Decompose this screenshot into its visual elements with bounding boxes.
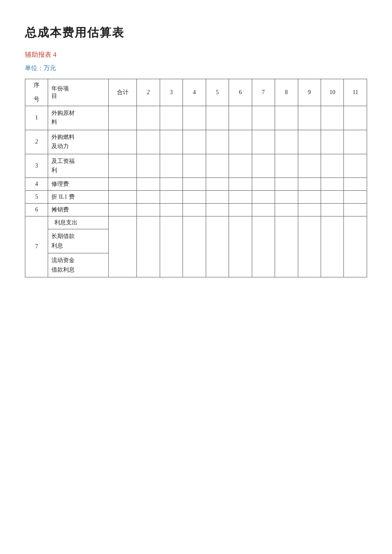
cell-y2 <box>137 178 160 191</box>
cell-y3 <box>160 216 183 277</box>
cell-y7 <box>252 216 275 277</box>
cell-y10 <box>321 130 343 154</box>
cell-y10 <box>321 178 343 191</box>
cell-y6 <box>229 106 252 130</box>
cell-y6 <box>229 130 252 154</box>
cell-item: 摊销费 <box>48 204 108 216</box>
cell-y5 <box>206 204 229 216</box>
table-row: 5 折 IL1 费 <box>25 191 367 204</box>
cell-total <box>108 106 137 130</box>
cell-y6 <box>229 178 252 191</box>
cell-item: 折 IL1 费 <box>48 191 108 204</box>
cell-y9 <box>298 178 321 191</box>
cell-y4 <box>183 178 206 191</box>
cell-total <box>108 191 137 204</box>
cell-y8 <box>275 154 298 178</box>
cell-y7 <box>252 106 275 130</box>
unit-label: 单位：万元 <box>25 64 367 72</box>
cost-table: 序 号 年份项 目 合计 2 3 4 5 6 7 8 9 10 11 1 <box>25 79 367 277</box>
cell-y6 <box>229 154 252 178</box>
cell-y9 <box>298 106 321 130</box>
cell-seq: 4 <box>25 178 48 191</box>
cell-y11 <box>344 191 367 204</box>
header-year-7: 7 <box>252 79 275 106</box>
cell-y10 <box>321 154 343 178</box>
cell-y5 <box>206 154 229 178</box>
cell-y6 <box>229 204 252 216</box>
cell-y10 <box>321 216 343 277</box>
cell-y2 <box>137 130 160 154</box>
header-year-6: 6 <box>229 79 252 106</box>
header-seq: 序 号 <box>25 79 48 106</box>
cell-y4 <box>183 216 206 277</box>
cell-y11 <box>344 106 367 130</box>
cell-item: 外购原材料 <box>48 106 108 130</box>
header-year-8: 8 <box>275 79 298 106</box>
table-row: 2 外购燃料及动力 <box>25 130 367 154</box>
cell-y11 <box>344 178 367 191</box>
header-total: 合计 <box>108 79 137 106</box>
cell-y3 <box>160 106 183 130</box>
table-header-row: 序 号 年份项 目 合计 2 3 4 5 6 7 8 9 10 11 <box>25 79 367 106</box>
table-row: 6 摊销费 <box>25 204 367 216</box>
header-year-10: 10 <box>321 79 343 106</box>
cell-item: 流动资金借款利息 <box>48 253 108 277</box>
cell-y2 <box>137 216 160 277</box>
cell-seq: 1 <box>25 106 48 130</box>
cell-item: 修理费 <box>48 178 108 191</box>
cell-seq: 7 <box>25 216 48 277</box>
cell-seq: 3 <box>25 154 48 178</box>
cell-y11 <box>344 130 367 154</box>
table-row: 1 外购原材料 <box>25 106 367 130</box>
cell-total <box>108 216 137 277</box>
page-title: 总成本费用估算表 <box>25 25 367 41</box>
header-year-11: 11 <box>344 79 367 106</box>
cell-y9 <box>298 191 321 204</box>
cell-item: 长期借款利息 <box>48 229 108 253</box>
header-year-9: 9 <box>298 79 321 106</box>
cell-y8 <box>275 216 298 277</box>
cell-y6 <box>229 191 252 204</box>
cell-y8 <box>275 130 298 154</box>
cell-y8 <box>275 204 298 216</box>
cell-y8 <box>275 106 298 130</box>
cell-total <box>108 130 137 154</box>
subtitle: 辅助报表 4 <box>25 51 367 59</box>
cell-seq: 6 <box>25 204 48 216</box>
cell-total <box>108 178 137 191</box>
cell-y9 <box>298 216 321 277</box>
cell-y7 <box>252 178 275 191</box>
cell-y4 <box>183 204 206 216</box>
cell-y9 <box>298 154 321 178</box>
cell-y6 <box>229 216 252 277</box>
cell-item: 外购燃料及动力 <box>48 130 108 154</box>
cell-y3 <box>160 178 183 191</box>
header-year-2: 2 <box>137 79 160 106</box>
cell-y5 <box>206 178 229 191</box>
cell-item: 利息支出 <box>48 216 108 229</box>
cell-y10 <box>321 106 343 130</box>
table-row: 4 修理费 <box>25 178 367 191</box>
cell-y9 <box>298 204 321 216</box>
cell-y5 <box>206 130 229 154</box>
table-row: 3 及工资福利 <box>25 154 367 178</box>
cell-y10 <box>321 204 343 216</box>
header-year-5: 5 <box>206 79 229 106</box>
cell-y3 <box>160 130 183 154</box>
cell-y9 <box>298 130 321 154</box>
cell-y8 <box>275 191 298 204</box>
header-item: 年份项 目 <box>48 79 108 106</box>
cell-seq: 2 <box>25 130 48 154</box>
cell-y3 <box>160 204 183 216</box>
cell-item: 及工资福利 <box>48 154 108 178</box>
table-row: 7 利息支出 <box>25 216 367 229</box>
cell-y2 <box>137 106 160 130</box>
cell-y8 <box>275 178 298 191</box>
cell-y11 <box>344 154 367 178</box>
cell-y7 <box>252 154 275 178</box>
cell-y10 <box>321 191 343 204</box>
cell-y3 <box>160 154 183 178</box>
cell-y4 <box>183 191 206 204</box>
cell-y5 <box>206 191 229 204</box>
cell-y4 <box>183 154 206 178</box>
